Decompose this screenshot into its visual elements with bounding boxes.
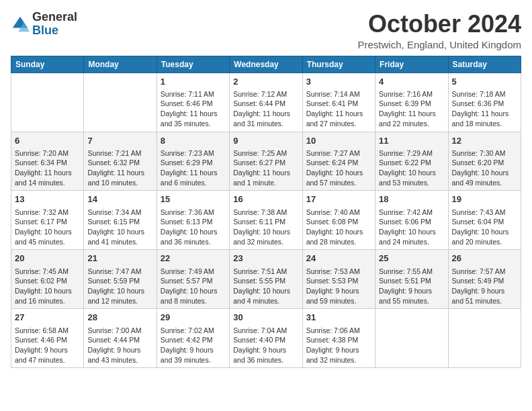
calendar-cell: 25Sunrise: 7:55 AM Sunset: 5:51 PM Dayli… <box>375 250 448 309</box>
week-row-1: 1Sunrise: 7:11 AM Sunset: 6:46 PM Daylig… <box>11 73 521 132</box>
day-number: 2 <box>233 76 298 88</box>
day-info: Sunrise: 7:42 AM Sunset: 6:06 PM Dayligh… <box>379 208 444 247</box>
week-row-4: 20Sunrise: 7:45 AM Sunset: 6:02 PM Dayli… <box>11 250 521 309</box>
weekday-header-monday: Monday <box>84 56 157 73</box>
page-header: General Blue October 2024 Prestwich, Eng… <box>11 11 521 50</box>
day-info: Sunrise: 7:32 AM Sunset: 6:17 PM Dayligh… <box>15 208 80 247</box>
calendar-cell: 14Sunrise: 7:34 AM Sunset: 6:15 PM Dayli… <box>84 191 157 250</box>
day-number: 21 <box>87 253 152 265</box>
calendar-cell: 1Sunrise: 7:11 AM Sunset: 6:46 PM Daylig… <box>157 73 229 132</box>
day-info: Sunrise: 7:43 AM Sunset: 6:04 PM Dayligh… <box>452 208 517 247</box>
day-info: Sunrise: 7:45 AM Sunset: 6:02 PM Dayligh… <box>15 267 80 306</box>
day-info: Sunrise: 7:18 AM Sunset: 6:36 PM Dayligh… <box>452 89 517 129</box>
day-number: 15 <box>161 193 226 205</box>
calendar-cell <box>448 309 521 368</box>
day-info: Sunrise: 7:21 AM Sunset: 6:32 PM Dayligh… <box>87 148 152 188</box>
day-number: 16 <box>233 193 298 205</box>
calendar-cell: 27Sunrise: 6:58 AM Sunset: 4:46 PM Dayli… <box>11 309 84 368</box>
day-info: Sunrise: 7:40 AM Sunset: 6:08 PM Dayligh… <box>306 208 371 247</box>
calendar-cell: 11Sunrise: 7:29 AM Sunset: 6:22 PM Dayli… <box>375 132 448 191</box>
day-info: Sunrise: 7:23 AM Sunset: 6:29 PM Dayligh… <box>161 148 226 188</box>
logo-icon <box>11 15 30 34</box>
day-info: Sunrise: 7:49 AM Sunset: 5:57 PM Dayligh… <box>161 267 226 306</box>
day-info: Sunrise: 7:16 AM Sunset: 6:39 PM Dayligh… <box>379 89 444 129</box>
calendar-table: SundayMondayTuesdayWednesdayThursdayFrid… <box>11 56 521 369</box>
day-info: Sunrise: 7:55 AM Sunset: 5:51 PM Dayligh… <box>379 267 444 306</box>
month-title: October 2024 <box>358 11 521 38</box>
weekday-header-row: SundayMondayTuesdayWednesdayThursdayFrid… <box>11 56 521 73</box>
day-number: 5 <box>452 76 517 88</box>
day-number: 1 <box>161 76 226 88</box>
calendar-cell: 3Sunrise: 7:14 AM Sunset: 6:41 PM Daylig… <box>302 73 375 132</box>
day-number: 30 <box>233 312 298 324</box>
day-number: 4 <box>379 76 444 88</box>
week-row-3: 13Sunrise: 7:32 AM Sunset: 6:17 PM Dayli… <box>11 191 521 250</box>
calendar-cell: 16Sunrise: 7:38 AM Sunset: 6:11 PM Dayli… <box>230 191 302 250</box>
calendar-cell: 10Sunrise: 7:27 AM Sunset: 6:24 PM Dayli… <box>302 132 375 191</box>
calendar-cell: 9Sunrise: 7:25 AM Sunset: 6:27 PM Daylig… <box>230 132 302 191</box>
day-info: Sunrise: 7:12 AM Sunset: 6:44 PM Dayligh… <box>233 89 298 129</box>
calendar-cell: 24Sunrise: 7:53 AM Sunset: 5:53 PM Dayli… <box>302 250 375 309</box>
day-number: 14 <box>87 193 152 205</box>
calendar-cell: 20Sunrise: 7:45 AM Sunset: 6:02 PM Dayli… <box>11 250 84 309</box>
day-info: Sunrise: 7:11 AM Sunset: 6:46 PM Dayligh… <box>161 89 226 129</box>
day-info: Sunrise: 6:58 AM Sunset: 4:46 PM Dayligh… <box>15 326 80 365</box>
logo: General Blue <box>11 11 77 38</box>
logo-text: General Blue <box>32 11 77 38</box>
day-number: 8 <box>161 135 226 147</box>
day-info: Sunrise: 7:30 AM Sunset: 6:20 PM Dayligh… <box>452 148 517 188</box>
day-number: 18 <box>379 193 444 205</box>
day-number: 11 <box>379 135 444 147</box>
day-number: 12 <box>452 135 517 147</box>
calendar-cell: 29Sunrise: 7:02 AM Sunset: 4:42 PM Dayli… <box>157 309 229 368</box>
week-row-5: 27Sunrise: 6:58 AM Sunset: 4:46 PM Dayli… <box>11 309 521 368</box>
day-info: Sunrise: 7:25 AM Sunset: 6:27 PM Dayligh… <box>233 148 298 188</box>
calendar-cell: 31Sunrise: 7:06 AM Sunset: 4:38 PM Dayli… <box>302 309 375 368</box>
weekday-header-tuesday: Tuesday <box>157 56 229 73</box>
day-number: 28 <box>87 312 152 324</box>
day-number: 24 <box>306 253 371 265</box>
day-info: Sunrise: 7:51 AM Sunset: 5:55 PM Dayligh… <box>233 267 298 306</box>
day-number: 9 <box>233 135 298 147</box>
day-info: Sunrise: 7:06 AM Sunset: 4:38 PM Dayligh… <box>306 326 371 365</box>
day-info: Sunrise: 7:36 AM Sunset: 6:13 PM Dayligh… <box>161 208 226 247</box>
calendar-cell: 21Sunrise: 7:47 AM Sunset: 5:59 PM Dayli… <box>84 250 157 309</box>
calendar-cell: 7Sunrise: 7:21 AM Sunset: 6:32 PM Daylig… <box>84 132 157 191</box>
day-number: 13 <box>15 193 80 205</box>
day-info: Sunrise: 7:53 AM Sunset: 5:53 PM Dayligh… <box>306 267 371 306</box>
calendar-cell <box>375 309 448 368</box>
day-number: 29 <box>161 312 226 324</box>
calendar-cell <box>84 73 157 132</box>
day-info: Sunrise: 7:27 AM Sunset: 6:24 PM Dayligh… <box>306 148 371 188</box>
day-info: Sunrise: 7:20 AM Sunset: 6:34 PM Dayligh… <box>15 148 80 188</box>
calendar-cell: 18Sunrise: 7:42 AM Sunset: 6:06 PM Dayli… <box>375 191 448 250</box>
day-number: 23 <box>233 253 298 265</box>
calendar-cell: 12Sunrise: 7:30 AM Sunset: 6:20 PM Dayli… <box>448 132 521 191</box>
day-info: Sunrise: 7:14 AM Sunset: 6:41 PM Dayligh… <box>306 89 371 129</box>
weekday-header-saturday: Saturday <box>448 56 521 73</box>
calendar-cell: 5Sunrise: 7:18 AM Sunset: 6:36 PM Daylig… <box>448 73 521 132</box>
calendar-body: 1Sunrise: 7:11 AM Sunset: 6:46 PM Daylig… <box>11 73 521 368</box>
day-number: 20 <box>15 253 80 265</box>
calendar-cell: 26Sunrise: 7:57 AM Sunset: 5:49 PM Dayli… <box>448 250 521 309</box>
weekday-header-sunday: Sunday <box>11 56 84 73</box>
day-number: 7 <box>87 135 152 147</box>
day-info: Sunrise: 7:34 AM Sunset: 6:15 PM Dayligh… <box>87 208 152 247</box>
calendar-cell: 17Sunrise: 7:40 AM Sunset: 6:08 PM Dayli… <box>302 191 375 250</box>
calendar-cell: 30Sunrise: 7:04 AM Sunset: 4:40 PM Dayli… <box>230 309 302 368</box>
day-number: 3 <box>306 76 371 88</box>
calendar-cell: 15Sunrise: 7:36 AM Sunset: 6:13 PM Dayli… <box>157 191 229 250</box>
calendar-cell: 8Sunrise: 7:23 AM Sunset: 6:29 PM Daylig… <box>157 132 229 191</box>
location: Prestwich, England, United Kingdom <box>358 39 521 50</box>
day-info: Sunrise: 7:47 AM Sunset: 5:59 PM Dayligh… <box>87 267 152 306</box>
day-info: Sunrise: 7:00 AM Sunset: 4:44 PM Dayligh… <box>87 326 152 365</box>
day-info: Sunrise: 7:29 AM Sunset: 6:22 PM Dayligh… <box>379 148 444 188</box>
day-number: 17 <box>306 193 371 205</box>
day-number: 22 <box>161 253 226 265</box>
calendar-cell: 28Sunrise: 7:00 AM Sunset: 4:44 PM Dayli… <box>84 309 157 368</box>
calendar-cell: 19Sunrise: 7:43 AM Sunset: 6:04 PM Dayli… <box>448 191 521 250</box>
title-block: October 2024 Prestwich, England, United … <box>358 11 521 50</box>
day-number: 25 <box>379 253 444 265</box>
calendar-cell: 6Sunrise: 7:20 AM Sunset: 6:34 PM Daylig… <box>11 132 84 191</box>
day-number: 31 <box>306 312 371 324</box>
